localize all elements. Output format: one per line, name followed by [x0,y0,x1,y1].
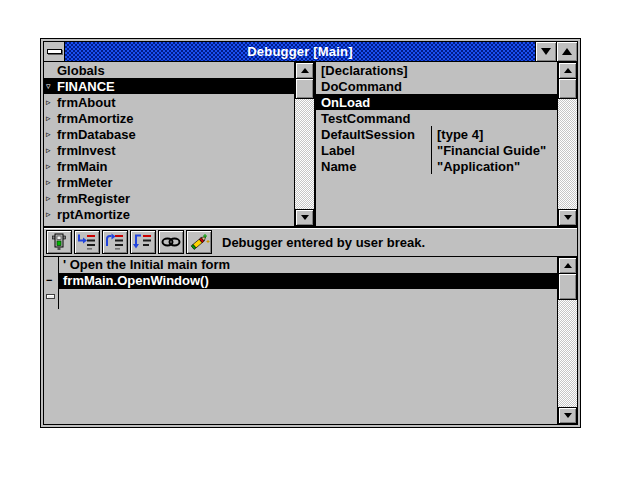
object-list-item[interactable]: ▹ frmRegister [44,190,294,206]
down-arrow-icon [564,413,572,418]
code-gutter[interactable] [44,257,59,273]
scrollbar-thumb[interactable] [558,79,577,99]
edit-script-button[interactable] [186,230,212,254]
member-label: DoCommand [316,79,431,94]
control-menu-dash-icon [47,49,62,54]
member-value [431,78,557,94]
code-line[interactable]: ' Open the Initial main form [44,257,557,273]
object-list-item[interactable]: ▹ frmAmortize [44,110,294,126]
minimize-button[interactable] [535,42,556,61]
scroll-up-button[interactable] [295,62,314,79]
object-list-item[interactable]: ▹ frmAbout [44,94,294,110]
calls-button[interactable] [158,230,184,254]
scrollbar-thumb[interactable] [558,274,577,300]
tree-toggle-icon[interactable]: ▹ [44,158,57,174]
object-label: Globals [57,63,105,78]
object-list-item[interactable]: ▹ rptAmortize [44,206,294,222]
scroll-down-button[interactable] [295,209,314,226]
code-gutter[interactable] [44,289,59,305]
step-over-button[interactable] [102,230,128,254]
down-arrow-icon [301,215,309,220]
step-into-button[interactable] [74,230,100,254]
script-area[interactable]: ' Open the Initial main form − frmMain.O… [44,257,577,424]
scrollbar-track[interactable] [558,99,577,209]
member-list-item[interactable]: DoCommand [316,78,557,94]
code-line[interactable]: − frmMain.OpenWindow() [44,273,557,289]
member-value: [type 4] [431,126,557,142]
scroll-down-button[interactable] [558,407,577,424]
status-message: Debugger entered by user break. [222,235,425,250]
object-label: FINANCE [57,79,115,94]
object-list-item[interactable]: ▹ frmMain [44,158,294,174]
member-label: Label [316,143,431,158]
object-list-scrollbar[interactable] [294,62,314,226]
step-out-icon [132,233,154,251]
control-menu-button[interactable] [44,42,65,61]
tree-toggle-icon[interactable]: ▹ [44,142,57,158]
tree-toggle-icon[interactable]: ▹ [44,94,57,110]
member-label: [Declarations] [316,63,431,78]
step-into-icon [76,233,98,251]
object-label: frmDatabase [57,127,136,142]
object-label: frmMain [57,159,108,174]
edit-script-icon [188,233,210,251]
code-line[interactable] [44,289,557,305]
title-bar[interactable]: Debugger [Main] [44,42,577,62]
tree-toggle-icon[interactable]: ▹ [44,190,57,206]
member-list-item[interactable]: TestCommand [316,110,557,126]
minimize-arrow-icon [541,48,551,55]
step-out-button[interactable] [130,230,156,254]
scroll-up-button[interactable] [558,62,577,79]
member-list-item[interactable]: [Declarations] [316,62,557,78]
code-text: ' Open the Initial main form [59,257,557,273]
member-value [431,110,557,126]
object-list-item[interactable]: ▹ frmDatabase [44,126,294,142]
member-list-scrollbar[interactable] [557,62,577,226]
member-list-item[interactable]: OnLoad [316,94,557,110]
up-arrow-icon [564,68,572,73]
member-list: [Declarations] DoCommand OnLoad TestComm… [316,62,557,226]
scrollbar-track[interactable] [558,300,577,407]
tree-toggle-icon[interactable]: ▹ [44,174,57,190]
object-label: frmInvest [57,143,116,158]
maximize-button[interactable] [556,42,577,61]
tree-toggle-icon[interactable]: ▹ [44,206,57,222]
member-label: Name [316,159,431,174]
window-title: Debugger [Main] [247,44,353,59]
title-bar-caption[interactable]: Debugger [Main] [65,42,535,61]
go-button[interactable] [46,230,72,254]
object-list-item[interactable]: ▹ frmMeter [44,174,294,190]
scrollbar-track[interactable] [295,99,314,209]
code-gutter[interactable]: − [44,273,59,289]
object-label: rptAmortize [57,207,130,222]
object-label: frmRegister [57,191,130,206]
member-list-item[interactable]: DefaultSession [type 4] [316,126,557,142]
tree-toggle-icon[interactable]: ▹ [44,126,57,142]
member-label: DefaultSession [316,127,431,142]
scroll-up-button[interactable] [558,257,577,274]
debugger-client-area: Debugger [Main] Globals ▿ FINANCE ▹ frmA… [43,41,578,425]
current-line-marker-icon [46,294,55,299]
call-chain-icon [160,233,182,251]
scrollbar-thumb[interactable] [295,79,314,99]
up-arrow-icon [564,263,572,268]
member-list-item[interactable]: Name "Application" [316,158,557,174]
scroll-down-button[interactable] [558,209,577,226]
object-list-item[interactable]: ▹ frmInvest [44,142,294,158]
member-pane: [Declarations] DoCommand OnLoad TestComm… [316,62,577,226]
object-label: frmAmortize [57,111,134,126]
up-arrow-icon [301,68,309,73]
object-label: frmAbout [57,95,116,110]
tree-toggle-icon[interactable]: ▿ [44,78,57,94]
object-list-item[interactable]: ▿ FINANCE [44,78,294,94]
script-scrollbar[interactable] [557,257,577,424]
browser-panes: Globals ▿ FINANCE ▹ frmAbout ▹ frmAmorti… [44,62,577,228]
object-list: Globals ▿ FINANCE ▹ frmAbout ▹ frmAmorti… [44,62,294,226]
object-list-item[interactable]: Globals [44,62,294,78]
member-value: "Financial Guide" [431,142,557,158]
debugger-window: Debugger [Main] Globals ▿ FINANCE ▹ frmA… [40,38,581,428]
tree-toggle-icon[interactable]: ▹ [44,110,57,126]
member-label: OnLoad [316,95,431,110]
member-list-item[interactable]: Label "Financial Guide" [316,142,557,158]
member-value [431,94,557,110]
